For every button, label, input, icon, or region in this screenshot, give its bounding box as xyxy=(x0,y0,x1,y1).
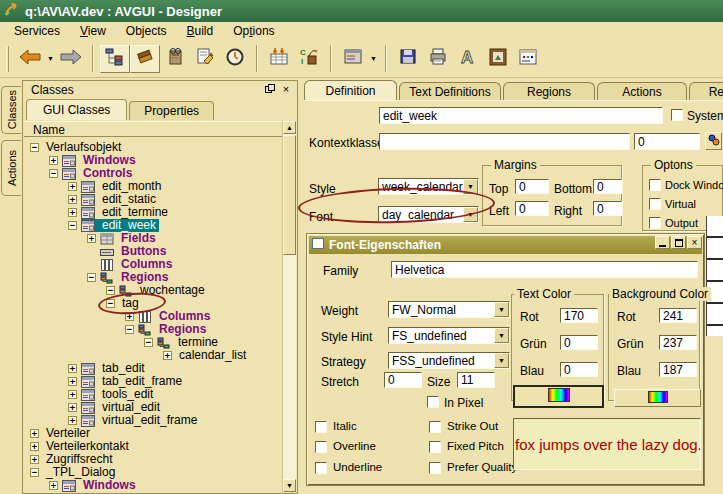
collapse-toggle[interactable]: − xyxy=(144,338,153,347)
checkbox-strike-out[interactable] xyxy=(429,421,441,433)
chevron-down-icon[interactable]: ▼ xyxy=(494,302,509,317)
forward-arrow-button[interactable] xyxy=(56,45,86,73)
bg-gruen-input[interactable] xyxy=(659,335,697,350)
expand-toggle[interactable]: + xyxy=(30,442,39,451)
checkbox-underline[interactable] xyxy=(315,462,327,474)
collapse-toggle[interactable]: − xyxy=(49,169,58,178)
checkbox-prefer-quality[interactable] xyxy=(429,462,441,474)
kontextklasse-input[interactable] xyxy=(379,133,630,150)
expand-toggle[interactable]: + xyxy=(68,364,77,373)
expand-toggle[interactable]: + xyxy=(30,455,39,464)
tab-ref[interactable]: Ref xyxy=(689,82,723,100)
class-name-input[interactable] xyxy=(379,107,663,124)
side-tab-classes[interactable]: Classes xyxy=(1,86,21,134)
scroll-down-button[interactable]: ▼ xyxy=(283,479,296,492)
bg-blau-input[interactable] xyxy=(659,362,697,377)
chevron-down-icon[interactable]: ▼ xyxy=(494,353,509,368)
size-input[interactable] xyxy=(457,372,495,388)
expand-toggle[interactable]: + xyxy=(68,390,77,399)
collapse-toggle[interactable]: − xyxy=(68,221,77,230)
tree-scrollbar[interactable]: ▲ ▼ xyxy=(282,121,296,492)
clock-button[interactable] xyxy=(220,45,250,73)
float-panel-button[interactable] xyxy=(263,83,277,96)
in-pixel-checkbox[interactable] xyxy=(427,396,439,408)
menu-item-options[interactable]: Options xyxy=(223,23,284,39)
edit-document-button[interactable] xyxy=(190,45,220,73)
chevron-down-icon[interactable]: ▼ xyxy=(463,207,478,222)
expand-toggle[interactable]: + xyxy=(87,234,96,243)
expand-toggle[interactable]: + xyxy=(30,429,39,438)
style-dropdown[interactable]: week_calendar ▼ xyxy=(378,178,479,195)
tab-actions[interactable]: Actions xyxy=(597,82,687,100)
chevron-down-icon[interactable]: ▼ xyxy=(463,179,478,194)
stretch-input[interactable] xyxy=(384,372,422,388)
tree-item-windows[interactable]: +Windows xyxy=(24,154,282,167)
tab-text-definitions[interactable]: Text Definitions xyxy=(399,82,501,100)
margin-bottom-input[interactable] xyxy=(593,179,622,194)
menu-item-services[interactable]: Services xyxy=(4,23,70,39)
expand-toggle[interactable]: + xyxy=(68,182,77,191)
expand-toggle[interactable]: + xyxy=(49,156,58,165)
expand-toggle[interactable]: + xyxy=(68,208,77,217)
menu-item-objects[interactable]: Objects xyxy=(116,23,177,39)
weight-dropdown[interactable]: FW_Normal ▼ xyxy=(388,301,510,318)
background-color-picker-button[interactable] xyxy=(614,389,701,407)
text-gruen-input[interactable] xyxy=(560,335,598,350)
class-info-button[interactable]: CI xyxy=(294,45,324,73)
kontext-number-input[interactable] xyxy=(634,133,700,150)
close-button[interactable]: × xyxy=(687,236,702,249)
expand-toggle[interactable]: + xyxy=(49,481,58,490)
tab-gui-classes[interactable]: GUI Classes xyxy=(26,99,127,120)
font-dropdown[interactable]: day_calendar ▼ xyxy=(378,206,479,223)
tree-item-tab-edit-frame[interactable]: +tab_edit_frame xyxy=(24,375,282,388)
name-column-header[interactable]: Name xyxy=(24,121,282,137)
margin-left-input[interactable] xyxy=(515,201,549,216)
expand-toggle[interactable]: + xyxy=(68,377,77,386)
collapse-toggle[interactable]: − xyxy=(106,299,115,308)
text-color-picker-button[interactable] xyxy=(513,385,604,408)
margin-top-input[interactable] xyxy=(515,179,549,194)
expand-toggle[interactable]: + xyxy=(125,312,134,321)
close-panel-button[interactable]: × xyxy=(279,83,293,96)
print-button[interactable] xyxy=(423,45,453,73)
collapse-toggle[interactable]: − xyxy=(87,273,96,282)
maximize-button[interactable] xyxy=(671,236,686,249)
tree-item-calendar-list[interactable]: +calendar_list xyxy=(24,349,282,362)
kontext-lookup-button[interactable] xyxy=(705,132,722,150)
expand-toggle[interactable]: + xyxy=(68,416,77,425)
scroll-up-button[interactable]: ▲ xyxy=(283,121,296,134)
collapse-toggle[interactable]: − xyxy=(30,143,39,152)
family-input[interactable] xyxy=(391,261,698,278)
tab-regions[interactable]: Regions xyxy=(503,82,595,100)
side-tab-actions[interactable]: Actions xyxy=(1,140,21,196)
tree-item-wochentage[interactable]: −wochentage xyxy=(24,284,282,297)
expand-toggle[interactable]: + xyxy=(68,195,77,204)
collapse-toggle[interactable]: − xyxy=(30,468,39,477)
tree-item-verlaufsobjekt[interactable]: −Verlaufsobjekt xyxy=(24,141,282,154)
book-button[interactable] xyxy=(160,45,190,73)
chevron-down-icon[interactable]: ▼ xyxy=(494,328,509,343)
form-window-button[interactable] xyxy=(338,45,368,73)
toolbar-handle[interactable] xyxy=(6,46,9,72)
checkbox-virtual[interactable] xyxy=(649,198,661,210)
text-blau-input[interactable] xyxy=(560,362,598,377)
style-hint-dropdown[interactable]: FS_undefined ▼ xyxy=(388,327,510,344)
tab-definition[interactable]: Definition xyxy=(304,80,397,100)
image-button[interactable] xyxy=(483,45,513,73)
eraser-button[interactable] xyxy=(130,45,160,73)
expand-toggle[interactable]: + xyxy=(163,351,172,360)
back-arrow-button[interactable] xyxy=(15,45,45,73)
collapse-toggle[interactable]: − xyxy=(125,325,134,334)
tree-item-tpl-dialog[interactable]: −_TPL_Dialog xyxy=(24,466,282,479)
checkbox-fixed-pitch[interactable] xyxy=(429,441,441,453)
expand-toggle[interactable]: + xyxy=(68,403,77,412)
class-tree-button[interactable] xyxy=(100,45,130,73)
system-checkbox[interactable] xyxy=(671,109,683,121)
new-window-button[interactable] xyxy=(513,45,543,73)
bg-rot-input[interactable] xyxy=(659,308,697,323)
menu-item-build[interactable]: Build xyxy=(177,23,224,39)
dialog-title-bar[interactable]: Font-Eigenschaften xyxy=(309,236,702,254)
margin-right-input[interactable] xyxy=(593,201,622,216)
minimize-button[interactable] xyxy=(655,236,670,249)
checkbox-overline[interactable] xyxy=(315,441,327,453)
